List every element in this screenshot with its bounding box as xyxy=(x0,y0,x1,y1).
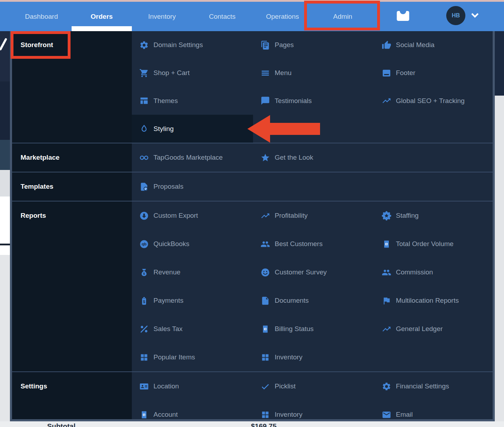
svg-text:$: $ xyxy=(265,328,266,330)
background-fragment xyxy=(495,31,504,96)
menu-item-billing-status[interactable]: $Billing Status xyxy=(253,315,374,343)
gear-icon xyxy=(382,382,391,391)
nav-tab-label: Inventory xyxy=(148,13,176,21)
menu-item-label: Testimonials xyxy=(275,97,312,105)
quickbooks-icon: qb xyxy=(139,239,149,249)
menu-item-themes[interactable]: Themes xyxy=(132,87,253,115)
menu-item-payments[interactable]: $Payments xyxy=(132,286,253,315)
menu-item-sales-tax[interactable]: Sales Tax xyxy=(132,315,253,343)
menu-row: ThemesTestimonialsGlobal SEO + Tracking xyxy=(132,87,493,115)
menu-item-financial-settings[interactable]: Financial Settings xyxy=(374,372,493,400)
menu-item-label: Financial Settings xyxy=(396,382,449,390)
chevron-down-icon[interactable] xyxy=(469,9,481,22)
menu-item-account[interactable]: $Account xyxy=(132,400,253,421)
menu-item-proposals[interactable]: Proposals xyxy=(132,172,253,201)
section-content-settings: LocationPicklistFinancial Settings$Accou… xyxy=(132,372,493,421)
menu-item-styling[interactable]: Styling xyxy=(132,115,253,143)
category-templates[interactable]: Templates xyxy=(12,172,132,201)
menu-row: Domain SettingsPagesSocial Media xyxy=(132,31,493,59)
menu-item-label: Inventory xyxy=(275,411,302,419)
avatar-initials: HB xyxy=(452,12,460,19)
menu-item-pages[interactable]: Pages xyxy=(253,31,374,59)
menu-item-email[interactable]: Email xyxy=(374,400,493,421)
nav-tab-label: Operations xyxy=(266,13,299,21)
page-behind-bottom: Subtotal $169.75 xyxy=(0,421,504,427)
inbox-icon[interactable] xyxy=(396,8,410,23)
menu-item-inventory[interactable]: Inventory xyxy=(253,400,374,421)
background-fragment xyxy=(0,81,10,140)
category-reports[interactable]: Reports xyxy=(12,201,132,371)
envelope-icon xyxy=(382,410,391,420)
menu-item-location[interactable]: Location xyxy=(132,372,253,400)
menu-row: $AccountInventoryEmail xyxy=(132,400,493,421)
menu-row: LocationPicklistFinancial Settings xyxy=(132,372,493,400)
category-settings[interactable]: Settings xyxy=(12,372,132,421)
menu-item-global-seo-tracking[interactable]: Global SEO + Tracking xyxy=(374,87,493,115)
menu-item-multilocation-reports[interactable]: Multilocation Reports xyxy=(374,286,493,315)
menu-item-menu[interactable]: Menu xyxy=(253,59,374,87)
menu-item-total-order-volume[interactable]: $Total Order Volume xyxy=(374,230,493,258)
svg-text:$: $ xyxy=(386,243,387,245)
menu-item-get-the-look[interactable]: Get the Look xyxy=(253,143,374,172)
menu-item-label: QuickBooks xyxy=(153,240,189,248)
menu-item-revenue[interactable]: $Revenue xyxy=(132,258,253,286)
background-fragment xyxy=(0,170,10,197)
menu-item-label: Sales Tax xyxy=(153,325,183,333)
menu-row: Shop + CartMenuFooter xyxy=(132,59,493,87)
nav-tab-operations[interactable]: Operations xyxy=(252,2,313,31)
category-label: Settings xyxy=(12,372,132,400)
menu-item-picklist[interactable]: Picklist xyxy=(253,372,374,400)
menu-item-footer[interactable]: Footer xyxy=(374,59,493,87)
footer-icon xyxy=(382,68,391,78)
background-fragment xyxy=(0,140,10,170)
nav-tab-inventory[interactable]: Inventory xyxy=(132,2,192,31)
menu-item-commission[interactable]: Commission xyxy=(374,258,493,286)
menu-item-profitability[interactable]: Profitability xyxy=(253,201,374,230)
menu-section-templates: TemplatesProposals xyxy=(12,172,493,201)
background-fragment xyxy=(0,255,10,421)
infinity-icon xyxy=(139,153,149,163)
check-icon xyxy=(261,382,270,391)
avatar[interactable]: HB xyxy=(446,6,465,25)
menu-item-label: Custom Export xyxy=(153,212,198,220)
menu-item-label: Popular Items xyxy=(153,353,195,361)
menu-item-documents[interactable]: Documents xyxy=(253,286,374,315)
category-label: Templates xyxy=(12,172,132,201)
receipt-icon: $ xyxy=(139,410,149,420)
nav-tab-contacts[interactable]: Contacts xyxy=(192,2,252,31)
menu-item-label: Pages xyxy=(275,41,294,49)
menu-item-testimonials[interactable]: Testimonials xyxy=(253,87,374,115)
nav-tab-dashboard[interactable]: Dashboard xyxy=(11,2,72,31)
menu-item-domain-settings[interactable]: Domain Settings xyxy=(132,31,253,59)
menu-item-best-customers[interactable]: Best Customers xyxy=(253,230,374,258)
menu-item-staffing[interactable]: Staffing xyxy=(374,201,493,230)
category-marketplace[interactable]: Marketplace xyxy=(12,143,132,172)
menu-item-popular-items[interactable]: Popular Items xyxy=(132,343,253,371)
menu-item-label: Best Customers xyxy=(275,240,323,248)
menu-item-label: Footer xyxy=(396,69,415,77)
thumbs-up-icon xyxy=(382,40,391,50)
menu-item-label: Profitability xyxy=(275,212,308,220)
menu-item-custom-export[interactable]: Custom Export xyxy=(132,201,253,230)
menu-item-label: Payments xyxy=(153,297,183,304)
menu-cell-empty xyxy=(374,172,493,201)
menu-item-shop-cart[interactable]: Shop + Cart xyxy=(132,59,253,87)
active-tab-underline xyxy=(72,26,132,31)
menu-row: qbQuickBooksBest Customers$Total Order V… xyxy=(132,230,493,258)
menu-row: TapGoods MarketplaceGet the Look xyxy=(132,143,493,172)
menu-item-social-media[interactable]: Social Media xyxy=(374,31,493,59)
annotation-box-storefront xyxy=(11,31,71,59)
subtotal-value: $169.75 xyxy=(251,422,276,427)
background-fragment xyxy=(495,96,504,421)
menu-item-quickbooks[interactable]: qbQuickBooks xyxy=(132,230,253,258)
menu-item-customer-survey[interactable]: Customer Survey xyxy=(253,258,374,286)
menu-item-general-ledger[interactable]: General Ledger xyxy=(374,315,493,343)
menu-item-label: Get the Look xyxy=(275,154,313,161)
category-label: Reports xyxy=(12,201,132,230)
menu-item-inventory[interactable]: Inventory xyxy=(253,343,374,371)
trend-up-icon xyxy=(382,324,391,334)
menu-item-tapgoods-marketplace[interactable]: TapGoods Marketplace xyxy=(132,143,253,172)
menu-item-label: Commission xyxy=(396,268,433,276)
money-bag-icon: $ xyxy=(139,268,149,277)
nav-tab-orders[interactable]: Orders xyxy=(72,2,132,31)
